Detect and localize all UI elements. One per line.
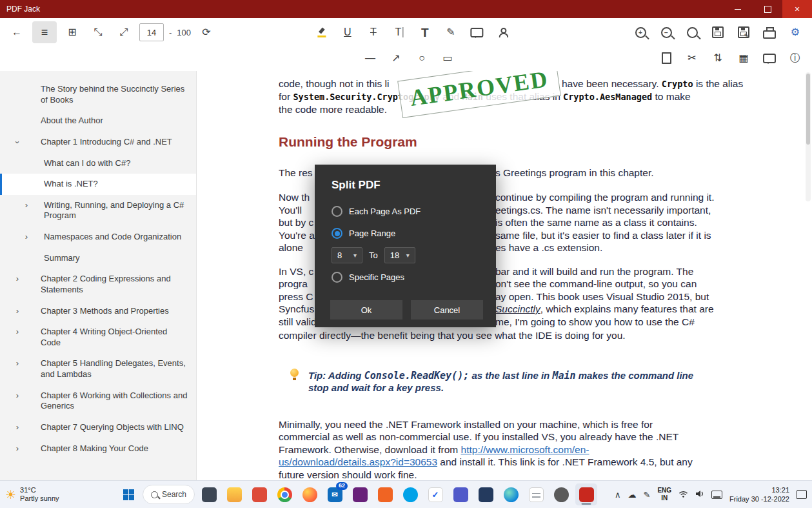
taskbar-app-chrome[interactable]	[273, 483, 295, 505]
sidebar-item-chapter-4[interactable]: ›Chapter 4 Writing Object-Oriented Code	[0, 321, 196, 353]
feedback-button[interactable]	[759, 48, 780, 68]
taskbar-app-pdf-jack[interactable]	[575, 483, 597, 505]
save-button[interactable]	[708, 23, 728, 42]
option-each-page-as-pdf[interactable]: Each Page As PDF	[332, 206, 421, 217]
option-specific-pages[interactable]: Specific Pages	[332, 272, 404, 283]
touch-keyboard-icon[interactable]	[711, 491, 722, 499]
range-to-select[interactable]: 18▾	[384, 247, 415, 263]
close-button[interactable]: ×	[782, 0, 812, 18]
scrollbar-thumb[interactable]	[806, 74, 810, 145]
sidebar-item-story[interactable]: The Story behind the Succinctly Series o…	[0, 79, 196, 110]
zoom-in-button[interactable]: +	[630, 23, 651, 42]
insert-text-button[interactable]: T	[389, 23, 410, 42]
clock[interactable]: 13:21 Friday 30 -12-2022	[729, 485, 789, 504]
volume-icon[interactable]	[695, 490, 704, 500]
notifications-icon[interactable]	[797, 490, 807, 499]
taskbar-app-orange[interactable]	[374, 483, 396, 505]
taskbar-app-code[interactable]	[475, 483, 497, 505]
sidebar-item-what-is-net[interactable]: What is .NET?	[0, 174, 196, 195]
sidebar-item-chapter-1[interactable]: ›Chapter 1 Introducing C# and .NET	[0, 132, 196, 153]
onedrive-cloud-icon[interactable]: ☁	[628, 491, 636, 499]
toc-toggle-button[interactable]: ≡	[32, 21, 57, 43]
page-grid-button[interactable]: ▦	[733, 48, 754, 68]
taskbar-app-teams[interactable]	[450, 483, 471, 505]
info-button[interactable]: ⓘ	[785, 48, 806, 68]
split-button[interactable]: ✂	[682, 48, 702, 68]
taskbar-app-camera[interactable]	[550, 483, 572, 505]
fit-width-button[interactable]: ⤡	[88, 23, 108, 42]
highlighter-button[interactable]	[312, 23, 332, 42]
search-button[interactable]	[682, 23, 702, 42]
taskbar-app-monitor[interactable]	[198, 483, 220, 505]
download-link[interactable]: us/download/details.aspx?id=30653	[279, 456, 437, 467]
option-page-range[interactable]: Page Range	[332, 228, 395, 239]
minimize-button[interactable]	[723, 0, 753, 18]
strikethrough-button[interactable]: T	[363, 23, 384, 42]
tray-overflow-button[interactable]: ∧	[615, 491, 621, 499]
scrollbar[interactable]	[806, 72, 811, 201]
pdf-text-line: me, I'm going to show you how to use the…	[495, 316, 695, 328]
pdf-text-line: code, though not in this li	[279, 77, 401, 90]
weather-widget[interactable]: ☀ 31°C Partly sunny	[5, 481, 59, 508]
pen-button[interactable]: ✎	[441, 23, 461, 42]
circle-tool-button[interactable]: ○	[411, 48, 432, 68]
sidebar-item-chapter-6[interactable]: ›Chapter 6 Working with Collections and …	[0, 385, 196, 417]
font-size-input[interactable]	[139, 23, 164, 41]
taskbar-center: Search ✉62 ✓	[117, 481, 597, 508]
taskbar-app-file-explorer[interactable]	[223, 483, 245, 505]
taskbar-search[interactable]: Search	[143, 485, 195, 504]
maximize-button[interactable]	[753, 0, 782, 18]
font-icon: T	[421, 26, 429, 39]
taskbar-app-edge[interactable]	[500, 483, 522, 505]
taskbar-app-mail[interactable]: ✉62	[324, 483, 346, 505]
sidebar-item-summary[interactable]: Summary	[0, 248, 196, 269]
tray-pen-icon[interactable]: ✎	[643, 491, 650, 499]
rectangle-tool-button[interactable]: ▭	[437, 48, 458, 68]
stamp-button[interactable]	[492, 23, 513, 42]
sidebar-item-label: Chapter 4 Writing Object-Oriented Code	[41, 327, 167, 347]
rotate-button[interactable]: ⟳	[196, 23, 217, 42]
taskbar-app-firefox[interactable]	[299, 483, 321, 505]
line-tool-button[interactable]: —	[360, 48, 381, 68]
back-button[interactable]: ←	[6, 23, 27, 42]
font-button[interactable]: T	[415, 23, 435, 42]
sidebar-item-about-author[interactable]: About the Author	[0, 110, 196, 132]
start-button[interactable]	[117, 483, 139, 505]
sidebar-item-namespaces[interactable]: ›Namespaces and Code Organization	[0, 227, 196, 248]
sidebar-item-chapter-3[interactable]: ›Chapter 3 Methods and Properties	[0, 301, 196, 322]
range-from-select[interactable]: 8▾	[332, 247, 362, 263]
fit-page-button[interactable]: ⤢	[114, 23, 134, 42]
sidebar-item-writing-running[interactable]: ›Writing, Running, and Deploying a C# Pr…	[0, 195, 196, 227]
taskbar-app-todo[interactable]: ✓	[424, 483, 446, 505]
zoom-out-button[interactable]: −	[656, 23, 677, 42]
sidebar-item-what-can-i-do[interactable]: What can I do with C#?	[0, 153, 196, 174]
thumbnails-button[interactable]: ⊞	[62, 23, 83, 42]
zoom-minus-button[interactable]: -	[169, 28, 172, 37]
ok-button[interactable]: Ok	[330, 300, 402, 320]
reorder-pages-button[interactable]: ⇅	[708, 48, 728, 68]
download-link[interactable]: http://www.microsoft.com/en-	[461, 444, 589, 455]
wifi-icon[interactable]	[678, 490, 688, 500]
save-as-button[interactable]: ✎	[733, 23, 754, 42]
approved-stamp[interactable]: APPROVED	[397, 71, 561, 118]
taskbar-app-notepad[interactable]	[525, 483, 547, 505]
sidebar-item-chapter-2[interactable]: ›Chapter 2 Coding Expressions and Statem…	[0, 269, 196, 300]
chevron-right-icon: ›	[14, 358, 21, 369]
print-button[interactable]	[759, 23, 780, 42]
insert-text-icon: T	[395, 27, 403, 37]
taskbar-app-visual-studio[interactable]	[349, 483, 371, 505]
extract-page-button[interactable]	[656, 48, 677, 68]
comment-icon	[470, 28, 483, 37]
sidebar-item-chapter-5[interactable]: ›Chapter 5 Handling Delegates, Events, a…	[0, 353, 196, 385]
language-switcher[interactable]: ENG IN	[657, 487, 671, 502]
sidebar-item-chapter-8[interactable]: ›Chapter 8 Making Your Code	[0, 438, 196, 460]
taskbar-app-skype[interactable]	[399, 483, 421, 505]
sidebar-item-chapter-7[interactable]: ›Chapter 7 Querying Objects with LINQ	[0, 417, 196, 438]
underline-button[interactable]: U	[337, 23, 358, 42]
taskbar-app-red[interactable]	[248, 483, 270, 505]
settings-button[interactable]: ⚙	[785, 23, 806, 42]
cancel-button[interactable]: Cancel	[411, 300, 483, 320]
pdf-text-line: Framework. Otherwise, download it from h…	[279, 443, 589, 456]
comment-button[interactable]	[466, 23, 487, 42]
arrow-tool-button[interactable]: ↗	[386, 48, 406, 68]
